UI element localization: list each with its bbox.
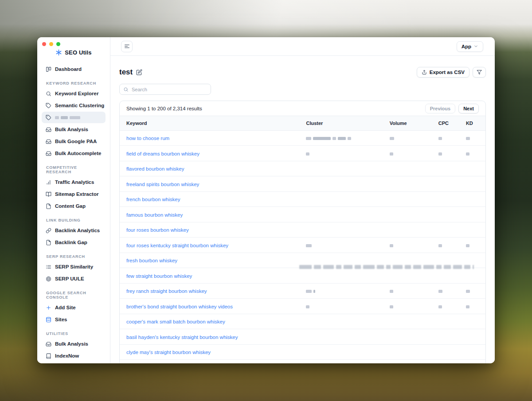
sidebar-item-indexnow[interactable]: IndexNow [42, 350, 106, 362]
search-input[interactable] [119, 84, 211, 95]
sidebar-item-dashboard[interactable]: Dashboard [42, 63, 106, 75]
sidebar-item-add-site[interactable]: Add Site [42, 302, 106, 313]
keyword-link[interactable]: four roses kentucky straight bourbon whi… [126, 243, 228, 248]
sidebar-item-bulk-analysis[interactable]: Bulk Analysis [42, 338, 106, 350]
keyword-link[interactable]: basil hayden's kentucky straight bourbon… [126, 335, 238, 340]
sidebar-item-content-gap[interactable]: Content Gap [42, 200, 106, 212]
previous-page-button[interactable]: Previous [425, 104, 455, 113]
cell-volume [383, 191, 432, 207]
results-card: Showing 1 to 200 of 2,314 results Previo… [119, 101, 486, 363]
zoom-window-button[interactable] [56, 42, 60, 46]
redacted-block [464, 265, 470, 269]
search-icon [123, 87, 129, 92]
dashboard-icon [46, 66, 51, 72]
cell-cpc [432, 237, 459, 253]
cell-kd [459, 329, 485, 345]
edit-title-button[interactable] [136, 69, 142, 75]
redacted-block [314, 265, 321, 269]
sidebar-item-label: Backlink Analytics [55, 228, 100, 233]
sidebar-item-serp-similarity[interactable]: SERP Similarity [42, 261, 106, 273]
keyword-link[interactable]: clyde may's straight bourbon whiskey [126, 350, 211, 355]
app-brand: SEO Utils [37, 47, 110, 58]
menu-icon [124, 43, 130, 49]
window-controls [37, 37, 110, 46]
export-csv-button[interactable]: Export as CSV [417, 67, 469, 78]
cell-cpc [432, 344, 459, 360]
bar-chart-icon [46, 179, 51, 185]
sidebar-item-keyword-explorer[interactable]: Keyword Explorer [42, 88, 106, 99]
column-header-keyword: Keyword [120, 116, 299, 130]
keywords-table: KeywordClusterVolumeCPCKD how to choose … [120, 116, 485, 360]
keyword-link[interactable]: flavored bourbon whiskey [126, 166, 184, 171]
keyword-link[interactable]: cooper's mark small batch bourbon whiske… [126, 319, 225, 324]
cell-kd [459, 344, 485, 360]
keyword-link[interactable]: brother's bond straight bourbon whiskey … [126, 304, 233, 309]
export-icon [422, 70, 427, 75]
cell-cluster [299, 161, 383, 176]
desktop-background: SEO Utils DashboardKEYWORD RESEARCHKeywo… [0, 0, 532, 401]
sidebar-item-semantic-clustering[interactable]: Semantic Clustering [42, 100, 106, 111]
keyword-link[interactable]: few straight bourbon whiskey [126, 273, 192, 279]
redacted-block [355, 265, 361, 269]
cell-cpc [432, 130, 459, 146]
keyword-link[interactable]: frey ranch straight bourbon whiskey [126, 288, 207, 294]
keyword-link[interactable]: fresh bourbon whiskey [126, 258, 177, 263]
close-window-button[interactable] [42, 42, 46, 46]
redacted-value [313, 290, 315, 293]
cell-cpc [432, 161, 459, 176]
sidebar-section-header: UTILITIES [37, 326, 110, 338]
table-row: brother's bond straight bourbon whiskey … [120, 299, 485, 314]
redacted-value [466, 305, 469, 308]
table-header-row: KeywordClusterVolumeCPCKD [120, 116, 485, 130]
cell-cpc [432, 146, 459, 161]
sidebar-section-header: SERP RESEARCH [37, 249, 110, 261]
cell-keyword: few straight bourbon whiskey [120, 268, 299, 284]
sidebar-item-backlink-analytics[interactable]: Backlink Analytics [42, 225, 106, 236]
filter-button[interactable] [473, 67, 486, 78]
redacted-value [438, 137, 442, 140]
column-header-cpc: CPC [432, 116, 459, 130]
file-icon [46, 240, 51, 245]
sidebar-item-traffic-analytics[interactable]: Traffic Analytics [42, 176, 106, 188]
keyword-link[interactable]: field of dreams bourbon whiskey [126, 151, 200, 156]
keyword-link[interactable]: freeland spirits bourbon whiskey [126, 182, 199, 187]
keyword-link[interactable]: french bourbon whiskey [126, 197, 180, 202]
redacted-block [377, 265, 384, 269]
cell-cluster [299, 299, 383, 314]
sidebar-item-sitemap-extractor[interactable]: Sitemap Extractor [42, 188, 106, 200]
table-row: four roses kentucky straight bourbon whi… [120, 237, 485, 253]
next-page-button[interactable]: Next [458, 104, 479, 113]
page-title: test [119, 68, 133, 77]
list-icon [46, 264, 51, 270]
cell-kd [459, 130, 485, 146]
link-icon [46, 228, 51, 234]
sidebar-item-label: Sites [55, 317, 67, 322]
cell-keyword: how to choose rum [120, 130, 299, 146]
sidebar-toggle-button[interactable] [121, 41, 133, 52]
app-menu-button[interactable]: App [457, 41, 483, 52]
cell-cluster [299, 344, 383, 360]
sidebar-section-header: LINK BUILDING [37, 212, 110, 225]
keyword-link[interactable]: four roses bourbon whiskey [126, 227, 189, 233]
inbox-icon [46, 341, 51, 347]
sidebar-item-backlink-gap[interactable]: Backlink Gap [42, 237, 106, 248]
sidebar-item-sites[interactable]: Sites [42, 314, 106, 325]
keyword-link[interactable]: famous bourbon whiskey [126, 212, 183, 218]
sidebar-section-header: COMPETITIVE RESEARCH [37, 160, 110, 176]
cell-keyword: clyde may's straight bourbon whiskey [120, 344, 299, 360]
minimize-window-button[interactable] [49, 42, 53, 46]
redacted-block [70, 116, 80, 119]
sidebar-item-bulk-analysis[interactable]: Bulk Analysis [42, 124, 106, 135]
redacted-value [390, 137, 394, 140]
sidebar-item-redacted[interactable] [42, 112, 106, 123]
sidebar-item-serp-uule[interactable]: SERP UULE [42, 273, 106, 284]
cell-volume [383, 237, 432, 253]
sidebar-item-bulk-autocomplete[interactable]: Bulk Autocomplete [42, 148, 106, 159]
cell-volume [383, 329, 432, 345]
tag-icon [46, 115, 51, 121]
title-row: test Export as CSV [119, 67, 486, 78]
sidebar-item-bulk-google-paa[interactable]: Bulk Google PAA [42, 136, 106, 147]
redacted-block [393, 265, 403, 269]
book-icon [46, 353, 51, 359]
keyword-link[interactable]: how to choose rum [126, 136, 169, 141]
